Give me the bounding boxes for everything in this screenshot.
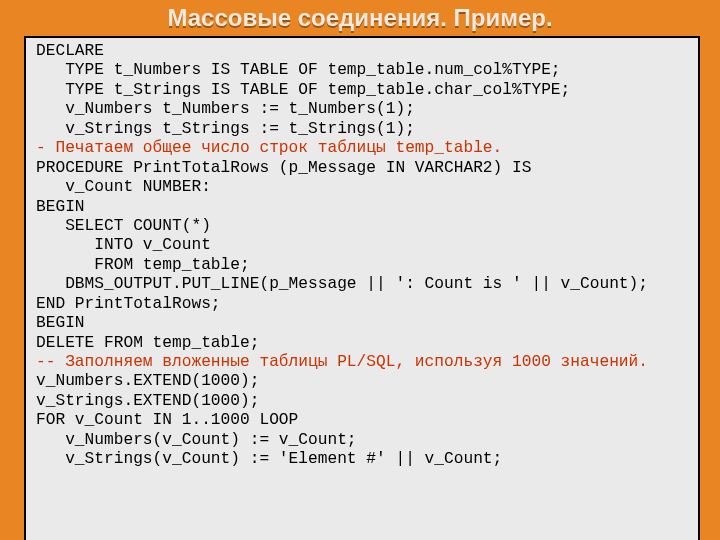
code-line: BEGIN — [36, 314, 85, 332]
code-line: END PrintTotalRows; — [36, 295, 221, 313]
code-line: TYPE t_Numbers IS TABLE OF temp_table.nu… — [36, 61, 561, 79]
code-line: TYPE t_Strings IS TABLE OF temp_table.ch… — [36, 81, 570, 99]
code-line-comment: -- Заполняем вложенные таблицы PL/SQL, и… — [36, 353, 648, 371]
code-line: PROCEDURE PrintTotalRows (p_Message IN V… — [36, 159, 531, 177]
slide: Массовые соединения. Пример. Массовые со… — [0, 0, 720, 540]
code-line: v_Strings t_Strings := t_Strings(1); — [36, 120, 415, 138]
code-line: DELETE FROM temp_table; — [36, 334, 259, 352]
slide-title: Массовые соединения. Пример. — [0, 4, 720, 32]
code-line: DECLARE — [36, 42, 104, 60]
code-line: v_Numbers t_Numbers := t_Numbers(1); — [36, 100, 415, 118]
code-line: v_Numbers(v_Count) := v_Count; — [36, 431, 357, 449]
code-line: v_Numbers.EXTEND(1000); — [36, 372, 259, 390]
code-line: v_Strings.EXTEND(1000); — [36, 392, 259, 410]
code-line: FOR v_Count IN 1..1000 LOOP — [36, 411, 298, 429]
code-line-comment: - Печатаем общее число строк таблицы tem… — [36, 139, 502, 157]
code-line: FROM temp_table; — [36, 256, 250, 274]
code-line: v_Count NUMBER: — [36, 178, 211, 196]
code-line: BEGIN — [36, 198, 85, 216]
code-box: DECLARE TYPE t_Numbers IS TABLE OF temp_… — [24, 36, 700, 540]
code-line: INTO v_Count — [36, 236, 211, 254]
code-line: DBMS_OUTPUT.PUT_LINE(p_Message || ': Cou… — [36, 275, 648, 293]
code-line: SELECT COUNT(*) — [36, 217, 211, 235]
code-line: v_Strings(v_Count) := 'Element #' || v_C… — [36, 450, 502, 468]
